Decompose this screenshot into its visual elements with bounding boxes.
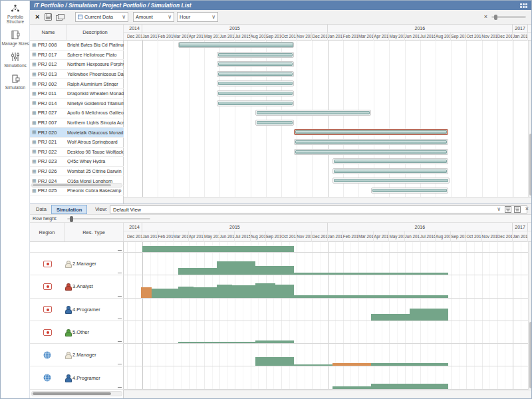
gantt-bar-prj-021[interactable] <box>294 139 448 145</box>
table-row-prj-017[interactable]: ▦PRJ 017Sphere Heliotrope Plato <box>30 51 124 61</box>
gantt-bar-prj-012[interactable] <box>217 61 294 67</box>
histogram-segment[interactable] <box>194 287 217 297</box>
histogram-segment[interactable] <box>255 283 275 298</box>
histogram-segment[interactable] <box>294 295 448 298</box>
gantt-bar-prj-011[interactable] <box>217 90 294 96</box>
gantt-bar-prj-002[interactable] <box>217 80 294 86</box>
row-height-thumb[interactable] <box>70 216 73 222</box>
gantt-bar-prj-026[interactable] <box>332 168 448 174</box>
table-row-prj-011[interactable]: ▦PRJ 011Dragonkid Wheaten Monad <box>30 89 124 99</box>
save-view-as-icon[interactable] <box>514 206 521 213</box>
table-row-prj-021[interactable]: ▦PRJ 021Wolf Atrous Springboard <box>30 138 124 148</box>
histogram-segment[interactable] <box>332 363 371 366</box>
histogram-segment[interactable] <box>371 384 448 389</box>
resource-table-hscrollbar[interactable] <box>31 391 122 396</box>
table-row-prj-027[interactable]: ▦PRJ 027Apollo 6 Melichrous Galileo <box>30 108 124 118</box>
vscrollbar-thumb[interactable] <box>529 134 532 196</box>
tab-data[interactable]: Data <box>31 205 51 214</box>
gantt-bar-prj-013[interactable] <box>217 71 294 77</box>
view-name-input[interactable]: Default View <box>110 205 527 213</box>
table-row-prj-023[interactable]: ▦PRJ 023Q45c Whey Hydra <box>30 157 124 167</box>
sidebar-item-simulations[interactable]: Simulations <box>1 49 30 70</box>
data-source-dropdown[interactable]: Current Data∨ <box>75 12 128 22</box>
histogram-segment[interactable] <box>178 287 194 298</box>
gantt-bar-prj-008[interactable] <box>178 42 294 48</box>
resource-row-2-manager[interactable]: 2.Manager <box>30 253 124 275</box>
column-header-description[interactable]: Description <box>67 25 124 40</box>
histogram-vscrollbar[interactable] <box>528 242 532 390</box>
sidebar-item-portfolio-structure[interactable]: Portfolio Structure <box>1 1 30 27</box>
resource-row-3-analyst[interactable]: 3.Analyst <box>30 275 124 298</box>
histogram-segment[interactable] <box>294 273 448 275</box>
table-row-prj-026[interactable]: ▦PRJ 026Wombat 25 Citrine Darwin <box>30 167 124 177</box>
histogram-segment[interactable] <box>217 261 255 275</box>
view-dropdown-chevron-icon[interactable]: ∨ <box>497 206 501 212</box>
histogram-segment[interactable] <box>217 285 232 298</box>
gantt-bar-prj-017[interactable] <box>217 52 294 58</box>
gantt-bar-prj-023[interactable] <box>332 158 448 164</box>
gantt-bar-prj-020[interactable] <box>294 129 448 135</box>
histogram-segment[interactable] <box>255 266 294 275</box>
histogram-segment[interactable] <box>371 363 448 366</box>
gantt-bar-prj-027[interactable] <box>255 110 371 116</box>
gantt-bar-prj-014[interactable] <box>217 100 294 106</box>
table-row-prj-002[interactable]: ▦PRJ 002Ralph Aluminium Stinger <box>30 79 124 89</box>
close-panel-icon[interactable]: × <box>525 205 529 212</box>
vscrollbar-thumb[interactable] <box>529 322 532 388</box>
histogram-segment[interactable] <box>255 340 294 343</box>
resource-row-2-manager[interactable]: 2.Manager <box>30 344 124 366</box>
histogram-segment[interactable] <box>178 342 255 343</box>
resource-row-4-programer[interactable]: 4.Programer <box>30 366 124 389</box>
table-row-prj-022[interactable]: ▦PRJ 022Desktop 98 Taupe Wolfjack <box>30 148 124 158</box>
table-row-prj-020[interactable]: ▦PRJ 020Movietalk Glaucous Monad <box>30 128 124 138</box>
resource-row-4-programer[interactable]: 4.Programer <box>30 299 124 321</box>
column-header-name[interactable]: Name <box>30 25 67 40</box>
zoom-fit-icon[interactable]: × <box>484 14 487 20</box>
histogram-segment[interactable] <box>255 357 294 366</box>
res-type-label: 5.Other <box>72 329 89 335</box>
histogram-segment[interactable] <box>152 289 178 298</box>
table-row-prj-014[interactable]: ▦PRJ 014Ninety9 Goldenrod Titanium <box>30 99 124 109</box>
histogram-segment[interactable] <box>141 287 152 297</box>
measure-dropdown[interactable]: Amount∨ <box>133 12 174 22</box>
table-row-prj-012[interactable]: ▦PRJ 012Northern Hexposure Porphyrous Te… <box>30 60 124 70</box>
histogram-segment[interactable] <box>275 285 294 298</box>
table-row-prj-025[interactable]: ▦PRJ 025Pheonix Cobra Basecamp <box>30 186 124 196</box>
project-grid-icon: ▦ <box>32 110 37 116</box>
column-header-region[interactable]: Region <box>30 223 65 241</box>
gantt-bar-prj-025[interactable] <box>371 188 448 194</box>
gantt-bar-prj-007[interactable] <box>255 120 294 126</box>
gantt-bar-prj-024[interactable] <box>332 178 450 184</box>
histogram-segment[interactable] <box>332 386 371 389</box>
sidebar-item-manage-sizes[interactable]: Manage Sizes <box>1 27 30 49</box>
row-height-slider[interactable] <box>67 218 150 219</box>
project-table-hscrollbar[interactable] <box>31 183 122 188</box>
restore-window-icon[interactable] <box>56 14 63 20</box>
tab-simulation[interactable]: Simulation <box>51 205 87 214</box>
save-view-icon[interactable] <box>505 206 511 213</box>
histogram-segment[interactable] <box>294 364 332 366</box>
clear-filter-icon[interactable]: × <box>35 13 39 21</box>
zoom-slider-thumb[interactable] <box>494 15 497 20</box>
histogram-segment[interactable] <box>142 246 293 252</box>
hscrollbar-thumb[interactable] <box>33 392 111 395</box>
hscrollbar-thumb[interactable] <box>33 184 111 186</box>
column-header-res-type[interactable]: Res. Type <box>65 223 124 241</box>
histogram-segment[interactable] <box>232 285 255 298</box>
resource-row-partial[interactable] <box>30 242 124 253</box>
unit-dropdown[interactable]: Hour∨ <box>177 12 218 22</box>
histogram-segment[interactable] <box>410 309 448 321</box>
resource-row-5-other[interactable]: 5.Other <box>30 321 124 344</box>
histogram-segment[interactable] <box>371 314 410 321</box>
timeline-zoom-slider[interactable] <box>491 16 526 18</box>
month-header: Feb 2015 <box>158 231 173 242</box>
table-row-prj-013[interactable]: ▦PRJ 013Yellowbox Phoeniceous Dart <box>30 70 124 80</box>
sidebar-item-simulation[interactable]: Simulation <box>1 70 30 92</box>
histogram-segment[interactable] <box>178 268 217 275</box>
save-icon[interactable] <box>45 13 52 21</box>
gantt-vscrollbar[interactable] <box>528 41 532 197</box>
window-grid-icon[interactable] <box>520 3 527 8</box>
table-row-prj-008[interactable]: ▦PRJ 008Bright Bytes Big Cd Platinum Nil… <box>30 41 124 51</box>
gantt-bar-prj-022[interactable] <box>294 149 448 155</box>
table-row-prj-007[interactable]: ▦PRJ 007Northern Lights Sinopia Acrylic <box>30 118 124 128</box>
